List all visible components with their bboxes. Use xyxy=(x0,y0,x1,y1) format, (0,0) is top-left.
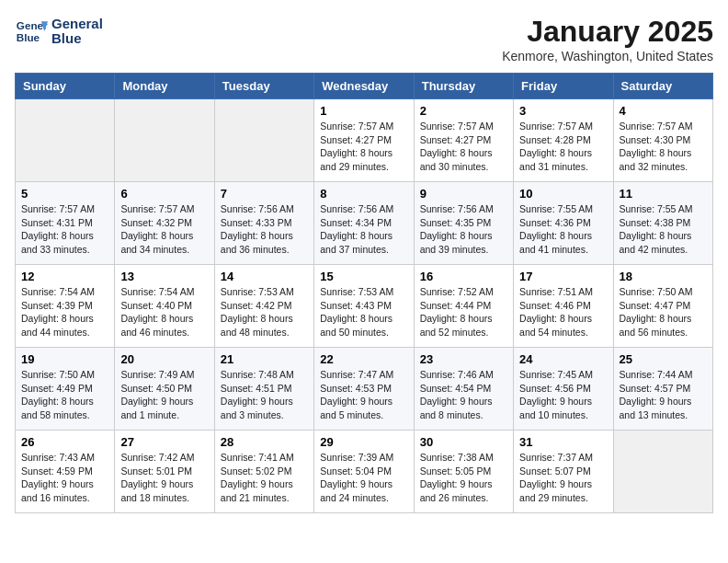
calendar-cell: 7Sunrise: 7:56 AM Sunset: 4:33 PM Daylig… xyxy=(214,182,313,265)
calendar-cell: 18Sunrise: 7:50 AM Sunset: 4:47 PM Dayli… xyxy=(613,265,712,348)
day-number: 1 xyxy=(320,104,407,118)
day-info: Sunrise: 7:57 AM Sunset: 4:27 PM Dayligh… xyxy=(420,120,507,174)
day-info: Sunrise: 7:51 AM Sunset: 4:46 PM Dayligh… xyxy=(519,285,607,339)
calendar-cell: 24Sunrise: 7:45 AM Sunset: 4:56 PM Dayli… xyxy=(514,348,613,431)
day-number: 13 xyxy=(120,270,208,283)
calendar-cell: 28Sunrise: 7:41 AM Sunset: 5:02 PM Dayli… xyxy=(214,431,313,513)
day-number: 20 xyxy=(120,352,208,366)
day-number: 23 xyxy=(420,352,507,366)
weekday-header: Thursday xyxy=(414,74,513,99)
calendar-cell: 12Sunrise: 7:54 AM Sunset: 4:39 PM Dayli… xyxy=(16,265,115,348)
day-number: 11 xyxy=(620,187,707,201)
day-info: Sunrise: 7:42 AM Sunset: 5:01 PM Dayligh… xyxy=(120,451,208,505)
calendar-cell: 10Sunrise: 7:55 AM Sunset: 4:36 PM Dayli… xyxy=(514,182,613,265)
calendar-cell: 11Sunrise: 7:55 AM Sunset: 4:38 PM Dayli… xyxy=(613,182,712,265)
day-number: 16 xyxy=(420,270,507,283)
calendar-week-row: 26Sunrise: 7:43 AM Sunset: 4:59 PM Dayli… xyxy=(16,431,713,513)
page-header: General Blue General Blue January 2025 K… xyxy=(15,15,713,63)
day-number: 30 xyxy=(420,435,507,449)
day-number: 15 xyxy=(320,270,407,283)
calendar-cell: 17Sunrise: 7:51 AM Sunset: 4:46 PM Dayli… xyxy=(514,265,613,348)
calendar-cell: 22Sunrise: 7:47 AM Sunset: 4:53 PM Dayli… xyxy=(314,348,414,431)
day-number: 6 xyxy=(120,187,208,201)
day-number: 22 xyxy=(320,352,407,366)
calendar-cell: 27Sunrise: 7:42 AM Sunset: 5:01 PM Dayli… xyxy=(115,431,214,513)
day-info: Sunrise: 7:47 AM Sunset: 4:53 PM Dayligh… xyxy=(320,368,407,422)
day-number: 17 xyxy=(519,270,607,283)
calendar-cell: 14Sunrise: 7:53 AM Sunset: 4:42 PM Dayli… xyxy=(214,265,313,348)
calendar-cell: 21Sunrise: 7:48 AM Sunset: 4:51 PM Dayli… xyxy=(214,348,313,431)
day-number: 14 xyxy=(221,270,308,283)
calendar-cell: 30Sunrise: 7:38 AM Sunset: 5:05 PM Dayli… xyxy=(414,431,513,513)
weekday-header: Friday xyxy=(514,74,613,99)
day-info: Sunrise: 7:49 AM Sunset: 4:50 PM Dayligh… xyxy=(120,368,208,422)
day-info: Sunrise: 7:43 AM Sunset: 4:59 PM Dayligh… xyxy=(21,451,108,505)
day-info: Sunrise: 7:53 AM Sunset: 4:43 PM Dayligh… xyxy=(320,285,407,339)
calendar-cell xyxy=(115,99,214,182)
calendar-cell: 31Sunrise: 7:37 AM Sunset: 5:07 PM Dayli… xyxy=(514,431,613,513)
logo-text-line1: General xyxy=(51,17,103,32)
logo-icon: General Blue xyxy=(15,15,48,48)
calendar-week-row: 5Sunrise: 7:57 AM Sunset: 4:31 PM Daylig… xyxy=(16,182,713,265)
day-info: Sunrise: 7:50 AM Sunset: 4:47 PM Dayligh… xyxy=(620,285,707,339)
day-number: 25 xyxy=(620,352,707,366)
calendar-cell: 1Sunrise: 7:57 AM Sunset: 4:27 PM Daylig… xyxy=(314,99,414,182)
calendar-cell: 19Sunrise: 7:50 AM Sunset: 4:49 PM Dayli… xyxy=(16,348,115,431)
day-info: Sunrise: 7:48 AM Sunset: 4:51 PM Dayligh… xyxy=(221,368,308,422)
weekday-header-row: SundayMondayTuesdayWednesdayThursdayFrid… xyxy=(16,74,713,99)
day-info: Sunrise: 7:57 AM Sunset: 4:32 PM Dayligh… xyxy=(120,202,208,257)
calendar-cell: 16Sunrise: 7:52 AM Sunset: 4:44 PM Dayli… xyxy=(414,265,513,348)
calendar-cell: 25Sunrise: 7:44 AM Sunset: 4:57 PM Dayli… xyxy=(613,348,712,431)
day-info: Sunrise: 7:57 AM Sunset: 4:28 PM Dayligh… xyxy=(519,120,607,174)
calendar-cell: 9Sunrise: 7:56 AM Sunset: 4:35 PM Daylig… xyxy=(414,182,513,265)
calendar-cell xyxy=(613,431,712,513)
logo: General Blue General Blue xyxy=(15,15,103,48)
weekday-header: Sunday xyxy=(16,74,115,99)
day-number: 21 xyxy=(221,352,308,366)
day-number: 4 xyxy=(620,104,707,118)
day-number: 26 xyxy=(21,435,108,449)
calendar-table: SundayMondayTuesdayWednesdayThursdayFrid… xyxy=(15,73,713,513)
month-title: January 2025 xyxy=(502,15,713,49)
calendar-week-row: 1Sunrise: 7:57 AM Sunset: 4:27 PM Daylig… xyxy=(16,99,713,182)
calendar-cell: 2Sunrise: 7:57 AM Sunset: 4:27 PM Daylig… xyxy=(414,99,513,182)
day-number: 12 xyxy=(21,270,108,283)
calendar-cell: 13Sunrise: 7:54 AM Sunset: 4:40 PM Dayli… xyxy=(115,265,214,348)
day-number: 31 xyxy=(519,435,607,449)
day-info: Sunrise: 7:55 AM Sunset: 4:36 PM Dayligh… xyxy=(519,202,607,257)
calendar-cell: 3Sunrise: 7:57 AM Sunset: 4:28 PM Daylig… xyxy=(514,99,613,182)
calendar-cell: 6Sunrise: 7:57 AM Sunset: 4:32 PM Daylig… xyxy=(115,182,214,265)
day-number: 9 xyxy=(420,187,507,201)
day-number: 18 xyxy=(620,270,707,283)
weekday-header: Saturday xyxy=(613,74,712,99)
day-info: Sunrise: 7:41 AM Sunset: 5:02 PM Dayligh… xyxy=(221,451,308,505)
calendar-cell xyxy=(214,99,313,182)
location: Kenmore, Washington, United States xyxy=(502,49,713,63)
calendar-week-row: 12Sunrise: 7:54 AM Sunset: 4:39 PM Dayli… xyxy=(16,265,713,348)
title-block: January 2025 Kenmore, Washington, United… xyxy=(502,15,713,63)
day-number: 19 xyxy=(21,352,108,366)
day-info: Sunrise: 7:57 AM Sunset: 4:30 PM Dayligh… xyxy=(620,120,707,174)
day-info: Sunrise: 7:39 AM Sunset: 5:04 PM Dayligh… xyxy=(320,451,407,505)
day-info: Sunrise: 7:50 AM Sunset: 4:49 PM Dayligh… xyxy=(21,368,108,422)
day-number: 3 xyxy=(519,104,607,118)
day-info: Sunrise: 7:38 AM Sunset: 5:05 PM Dayligh… xyxy=(420,451,507,505)
day-number: 10 xyxy=(519,187,607,201)
day-info: Sunrise: 7:56 AM Sunset: 4:33 PM Dayligh… xyxy=(221,202,308,257)
calendar-cell: 23Sunrise: 7:46 AM Sunset: 4:54 PM Dayli… xyxy=(414,348,513,431)
day-info: Sunrise: 7:57 AM Sunset: 4:27 PM Dayligh… xyxy=(320,120,407,174)
calendar-cell: 26Sunrise: 7:43 AM Sunset: 4:59 PM Dayli… xyxy=(16,431,115,513)
day-info: Sunrise: 7:46 AM Sunset: 4:54 PM Dayligh… xyxy=(420,368,507,422)
day-info: Sunrise: 7:52 AM Sunset: 4:44 PM Dayligh… xyxy=(420,285,507,339)
day-number: 27 xyxy=(120,435,208,449)
calendar-cell: 5Sunrise: 7:57 AM Sunset: 4:31 PM Daylig… xyxy=(16,182,115,265)
day-info: Sunrise: 7:53 AM Sunset: 4:42 PM Dayligh… xyxy=(221,285,308,339)
day-info: Sunrise: 7:37 AM Sunset: 5:07 PM Dayligh… xyxy=(519,451,607,505)
logo-text-line2: Blue xyxy=(51,31,103,47)
day-info: Sunrise: 7:56 AM Sunset: 4:34 PM Dayligh… xyxy=(320,202,407,257)
day-number: 29 xyxy=(320,435,407,449)
calendar-week-row: 19Sunrise: 7:50 AM Sunset: 4:49 PM Dayli… xyxy=(16,348,713,431)
day-number: 2 xyxy=(420,104,507,118)
calendar-cell: 8Sunrise: 7:56 AM Sunset: 4:34 PM Daylig… xyxy=(314,182,414,265)
day-info: Sunrise: 7:44 AM Sunset: 4:57 PM Dayligh… xyxy=(620,368,707,422)
